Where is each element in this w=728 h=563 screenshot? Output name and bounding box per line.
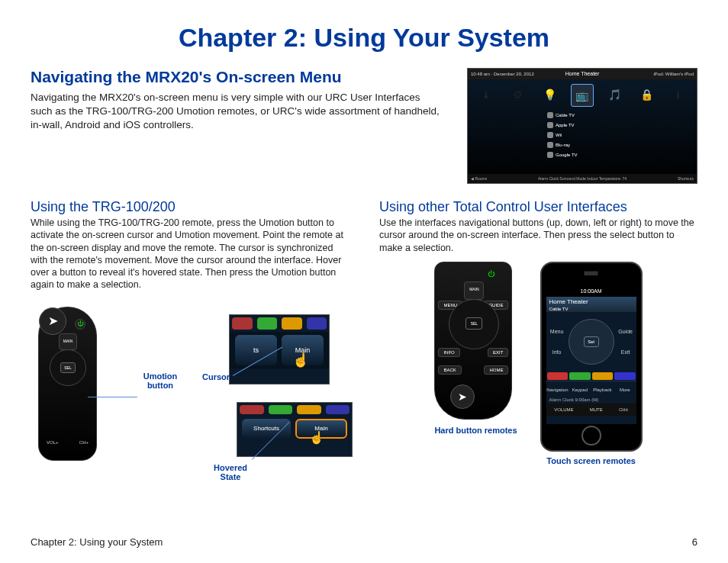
phone-playback-tab: Playback [591,381,614,396]
left-figure-area: ⏻ MAIN SEL ➤ VOL+ CH+ Umotion button ts [31,299,349,497]
tv-list-item: Wii [544,130,605,140]
back-label: BACK [438,365,461,375]
umotion-callout-label: Umotion button [137,372,183,390]
phone-ch-label: CH± [619,407,628,412]
cursor-hand-icon: ☝ [292,352,309,368]
chapter-title: Chapter 2: Using Your System [31,23,697,53]
main-button: MAIN [59,333,77,350]
tv-bottom-left: ◀ Rooms [471,176,487,181]
intro-paragraph: Navigating the MRX20's on-screen menu is… [31,91,444,133]
cursor-tab: ts [235,335,277,365]
phone-menu-label: Menu [549,329,565,334]
tv-icon-settings: ⚙ [507,84,529,105]
home-label: HOME [484,365,508,375]
right-body: Use the interfaces navigational buttons … [379,217,697,254]
power-icon: ⏻ [75,319,85,330]
hover-inset: Shortcuts Main ☝ [237,402,353,457]
phone-alarm-text: Alarm Clock 9:00am (M) [546,396,636,404]
footer-page-number: 6 [692,536,697,548]
tv-list-item: Google TV [544,150,605,159]
home-button-icon [581,426,601,446]
cursor-callout-label: Cursor [202,372,230,381]
tv-list-item: Blu-ray [544,140,605,150]
phone-speaker-icon: ▬ [542,263,641,283]
phone-dpad-icon: Sel [569,319,614,365]
tv-bottom-right: Shortcuts [678,176,694,181]
tv-icon-security: 🔒 [636,84,657,105]
callout-line [88,397,137,397]
left-body: While using the TRG-100/TRG-200 remote, … [31,217,349,291]
left-heading: Using the TRG-100/200 [31,199,349,215]
power-icon: ⏻ [485,269,496,279]
tv-screenshot: 10:48 am · December 20, 2012 iPod: Willi… [467,68,697,184]
sel-button: SEL [465,317,482,330]
phone-subtitle: Cable TV [549,307,569,311]
main-button: MAIN [464,282,484,300]
umotion-button-icon: ➤ [39,307,66,335]
tv-icon-entertainment: 📺 [571,84,594,107]
tv-list-item: Apple TV [544,121,605,130]
phone-more-tab: More [614,381,636,396]
tv-source-list: Cable TV Apple TV Wii Blu-ray Google TV [544,111,605,160]
tv-icon-lights: 💡 [539,84,560,105]
right-heading: Using other Total Control User Interface… [379,199,697,215]
ch-label: CH+ [79,440,89,445]
hard-remote-figure: ⏻ MAIN MENU GUIDE SEL INFO EXIT BACK HOM… [434,262,512,420]
exit-label: EXIT [488,348,508,357]
cursor-hand-icon: ☝ [309,430,324,445]
info-label: INFO [438,348,459,357]
phone-keypad-tab: Keypad [569,381,591,396]
hard-remote-caption: Hard button remotes [434,426,517,435]
phone-guide-label: Guide [618,329,633,334]
phone-exit-label: Exit [618,349,633,355]
phone-vol-label: VOLUME [554,407,573,412]
phone-title-text: Home Theater [549,298,588,305]
footer-chapter: Chapter 2: Using your System [31,536,163,548]
tv-icon-music: 🎵 [604,84,626,105]
tv-title: Home Theater [468,69,697,76]
hovered-callout-label: Hovered State [208,463,253,481]
phone-figure: ▬ 10:00AM Home Theater Cable TV Menu Inf… [540,262,643,452]
phone-statusbar: 10:00AM [546,286,636,297]
sel-button: SEL [60,362,76,373]
trg-remote-figure: ⏻ MAIN SEL ➤ VOL+ CH+ [38,307,97,461]
tv-icon-comfort: 🌡 [475,84,497,105]
vol-label: VOL+ [47,440,59,445]
touch-remote-caption: Touch screen remotes [540,456,643,465]
section-heading: Navigating the MRX20's On-screen Menu [31,68,444,86]
arrow-icon: ➤ [450,384,475,409]
tv-list-item: Cable TV [544,111,605,120]
tv-bottom-mid: Alarm Clock Surround Mode Indoor Tempera… [538,176,627,181]
phone-info-label: Info [549,349,565,355]
phone-mute-label: MUTE [590,407,603,412]
tv-icon-info: ℹ [668,84,689,105]
phone-title: Home Theater Cable TV [546,297,636,312]
phone-sel-button: Sel [584,336,599,347]
phone-nav-tab: Navigation [546,381,569,396]
